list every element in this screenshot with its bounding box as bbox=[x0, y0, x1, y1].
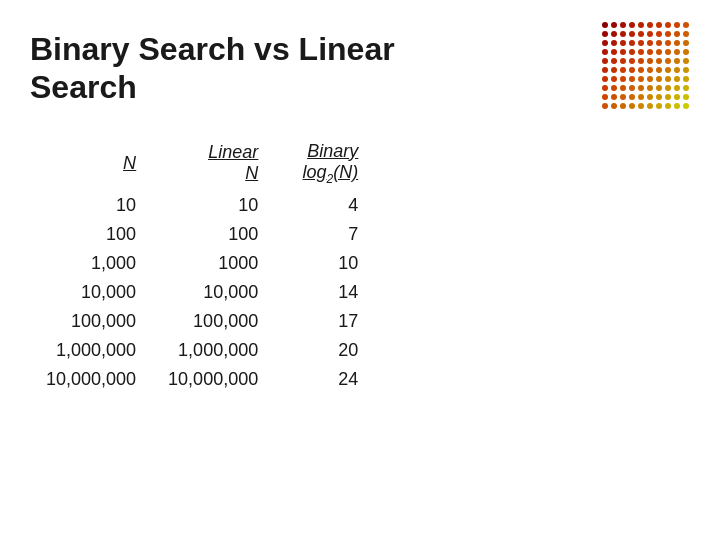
table-row: 1,000 1000 10 bbox=[30, 249, 374, 278]
cell-binary: 14 bbox=[274, 278, 374, 307]
table-row: 100,000 100,000 17 bbox=[30, 307, 374, 336]
cell-binary: 17 bbox=[274, 307, 374, 336]
table-row: 100 100 7 bbox=[30, 220, 374, 249]
table-row: 10,000,000 10,000,000 24 bbox=[30, 365, 374, 394]
cell-linear: 1,000,000 bbox=[152, 336, 274, 365]
cell-binary: 4 bbox=[274, 191, 374, 220]
cell-n: 10,000,000 bbox=[30, 365, 152, 394]
dot-grid-decoration bbox=[600, 20, 700, 200]
table-row: 1,000,000 1,000,000 20 bbox=[30, 336, 374, 365]
cell-binary: 10 bbox=[274, 249, 374, 278]
cell-n: 100 bbox=[30, 220, 152, 249]
header-binary: Binarylog2(N) bbox=[274, 137, 374, 192]
cell-binary: 7 bbox=[274, 220, 374, 249]
cell-linear: 1000 bbox=[152, 249, 274, 278]
cell-binary: 24 bbox=[274, 365, 374, 394]
cell-n: 10 bbox=[30, 191, 152, 220]
cell-n: 10,000 bbox=[30, 278, 152, 307]
cell-linear: 100,000 bbox=[152, 307, 274, 336]
cell-linear: 10,000 bbox=[152, 278, 274, 307]
table-row: 10,000 10,000 14 bbox=[30, 278, 374, 307]
cell-linear: 10,000,000 bbox=[152, 365, 274, 394]
table-header-row: N LinearN Binarylog2(N) bbox=[30, 137, 374, 192]
cell-n: 1,000,000 bbox=[30, 336, 152, 365]
cell-n: 100,000 bbox=[30, 307, 152, 336]
table-body: 10 10 4 100 100 7 1,000 1000 10 10,000 1… bbox=[30, 191, 374, 394]
cell-linear: 100 bbox=[152, 220, 274, 249]
title-line2: Search bbox=[30, 69, 137, 105]
header-linear: LinearN bbox=[152, 137, 274, 192]
cell-linear: 10 bbox=[152, 191, 274, 220]
title-line1: Binary Search vs Linear bbox=[30, 31, 395, 67]
cell-n: 1,000 bbox=[30, 249, 152, 278]
header-n: N bbox=[30, 137, 152, 192]
page-title: Binary Search vs Linear Search bbox=[30, 30, 410, 107]
comparison-table: N LinearN Binarylog2(N) 10 10 4 100 bbox=[30, 137, 374, 395]
table-row: 10 10 4 bbox=[30, 191, 374, 220]
main-container: Binary Search vs Linear Search N LinearN bbox=[0, 0, 720, 540]
cell-binary: 20 bbox=[274, 336, 374, 365]
